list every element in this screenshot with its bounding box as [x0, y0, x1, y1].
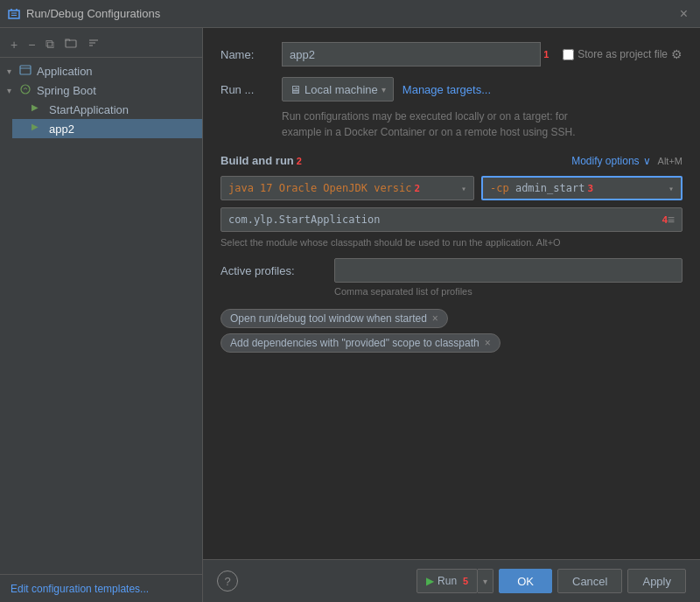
tag-run-debug-window: Open run/debug tool window when started …	[220, 309, 448, 328]
settings-icon[interactable]: ⚙	[671, 47, 682, 61]
tag-run-debug-label: Open run/debug tool window when started	[230, 312, 427, 325]
content-area: Name: 1 Store as project file ⚙ Run ... …	[203, 28, 700, 602]
svg-point-9	[21, 85, 30, 94]
spring-boot-children: ▶ StartApplication ▶ app2	[0, 100, 202, 138]
build-row: java 17 Oracle OpenJDK versic 2 ▾ -cp ad…	[220, 176, 682, 200]
store-checkbox-area: Store as project file ⚙	[563, 47, 682, 61]
main-layout: + − ⧉ ▾	[0, 28, 700, 602]
profiles-row: Active profiles:	[220, 258, 682, 283]
sidebar-item-start-application[interactable]: ▶ StartApplication	[12, 100, 202, 119]
svg-rect-7	[20, 66, 31, 74]
dropdown-arrow: ▾	[382, 85, 386, 94]
sidebar-item-application[interactable]: ▾ Application	[0, 61, 202, 80]
close-button[interactable]: ×	[675, 4, 693, 24]
run-target-dropdown[interactable]: 🖥 Local machine ▾	[282, 77, 394, 102]
run-icon-start-app: ▶	[32, 102, 46, 116]
remove-configuration-button[interactable]: −	[24, 36, 38, 53]
store-as-project-file-checkbox[interactable]	[563, 49, 574, 60]
tag-provided-scope: Add dependencies with "provided" scope t…	[220, 333, 500, 353]
name-input[interactable]	[282, 42, 541, 66]
run-icon-app2: ▶	[32, 122, 46, 136]
run-label: Run ...	[220, 83, 282, 96]
run-button-group: ▶ Run 5 ▾	[416, 569, 494, 593]
sidebar-toolbar: + − ⧉	[0, 32, 202, 58]
run-description-text: Run configurations may be executed local…	[282, 110, 576, 138]
modify-options-button[interactable]: Modify options ∨ Alt+M	[571, 155, 682, 167]
expand-arrow-spring-boot: ▾	[7, 86, 19, 95]
run-label: Run	[438, 575, 457, 587]
folder-button[interactable]	[61, 35, 80, 53]
sidebar: + − ⧉ ▾	[0, 28, 203, 602]
copy-configuration-button[interactable]: ⧉	[42, 35, 58, 53]
cancel-button[interactable]: Cancel	[557, 569, 622, 593]
java-sdk-value: java 17 Oracle OpenJDK versic	[228, 182, 412, 194]
store-label: Store as project file	[578, 48, 668, 60]
app2-label: app2	[49, 122, 74, 136]
svg-rect-0	[9, 10, 19, 18]
edit-templates-link[interactable]: Edit configuration templates...	[10, 583, 149, 595]
name-label: Name:	[220, 48, 282, 61]
name-row: Name: 1 Store as project file ⚙	[220, 42, 682, 66]
modify-options-label: Modify options	[571, 155, 639, 167]
sidebar-footer: Edit configuration templates...	[0, 574, 202, 602]
application-icon	[19, 64, 33, 78]
bottom-left: ?	[217, 570, 238, 592]
run-row: Run ... 🖥 Local machine ▾ Manage targets…	[220, 77, 682, 102]
helper-text: Select the module whose classpath should…	[220, 237, 682, 248]
active-profiles-input[interactable]	[334, 258, 682, 283]
help-button[interactable]: ?	[217, 570, 238, 592]
cp-text: -cp admin_start	[490, 182, 584, 194]
tags-area: Open run/debug tool window when started …	[220, 309, 682, 353]
profiles-hint: Comma separated list of profiles	[334, 286, 682, 297]
tag-provided-scope-label: Add dependencies with "provided" scope t…	[230, 337, 480, 349]
tag-run-debug-close[interactable]: ×	[432, 312, 438, 325]
run-target-label: Local machine	[304, 83, 378, 96]
cp-dropdown[interactable]: -cp admin_start 3 ▾	[481, 176, 682, 200]
cp-badge: 3	[587, 183, 593, 194]
cp-dropdown-arrow: ▾	[668, 184, 674, 193]
main-class-row: 4 ≡	[220, 207, 682, 232]
name-badge: 1	[543, 49, 549, 60]
run-button[interactable]: ▶ Run 5	[416, 569, 478, 593]
bottom-right: ▶ Run 5 ▾ OK Cancel Apply	[416, 569, 686, 593]
content-body: Name: 1 Store as project file ⚙ Run ... …	[203, 28, 700, 559]
application-group-label: Application	[37, 65, 93, 78]
modify-shortcut: Alt+M	[658, 156, 682, 166]
java-dropdown-arrow: ▾	[461, 184, 466, 193]
manage-targets-link[interactable]: Manage targets...	[402, 83, 491, 96]
java-sdk-dropdown[interactable]: java 17 Oracle OpenJDK versic 2 ▾	[220, 176, 474, 200]
local-machine-icon: 🖥	[290, 83, 301, 96]
spring-boot-icon	[19, 83, 33, 97]
run-description: Run configurations may be executed local…	[282, 108, 682, 140]
start-application-label: StartApplication	[49, 103, 129, 116]
sort-button[interactable]	[84, 35, 103, 53]
run-dropdown-button[interactable]: ▾	[478, 569, 494, 593]
run-badge: 5	[463, 576, 468, 586]
main-class-input[interactable]	[228, 214, 660, 226]
section-header: Build and run 2 Modify options ∨ Alt+M	[220, 154, 682, 167]
window-icon	[7, 7, 21, 21]
title-bar: Run/Debug Configurations ×	[0, 0, 700, 28]
main-class-browse-button[interactable]: ≡	[668, 213, 675, 227]
sidebar-item-spring-boot[interactable]: ▾ Spring Boot	[0, 80, 202, 100]
expand-arrow-application: ▾	[7, 66, 19, 76]
section-title: Build and run	[220, 154, 294, 167]
java-badge: 2	[415, 183, 421, 194]
window-title: Run/Debug Configurations	[26, 7, 675, 20]
bottom-bar: ? ▶ Run 5 ▾ OK Cancel Apply	[203, 559, 700, 602]
apply-button[interactable]: Apply	[627, 569, 686, 593]
active-profiles-label: Active profiles:	[220, 264, 334, 277]
ok-button[interactable]: OK	[499, 569, 552, 593]
add-configuration-button[interactable]: +	[7, 36, 21, 53]
tag-provided-scope-close[interactable]: ×	[485, 337, 491, 349]
svg-rect-3	[66, 40, 76, 47]
sidebar-tree: ▾ Application ▾ Spring	[0, 58, 202, 574]
spring-boot-group-label: Spring Boot	[37, 84, 96, 97]
modify-options-arrow: ∨	[643, 155, 651, 167]
sidebar-item-app2[interactable]: ▶ app2	[12, 119, 202, 138]
section-badge: 2	[297, 156, 302, 166]
run-play-icon: ▶	[426, 575, 434, 587]
